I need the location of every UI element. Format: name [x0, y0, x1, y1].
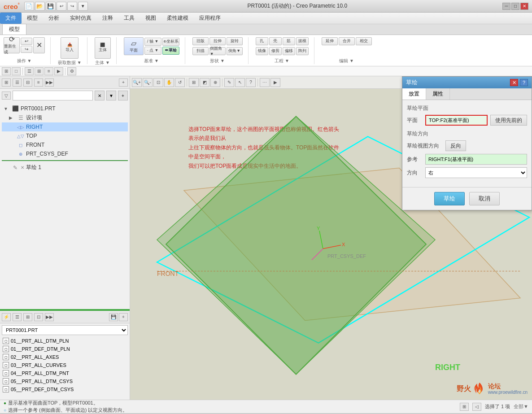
btn-sweep[interactable]: 扫描 [192, 47, 209, 55]
btn-mirror[interactable]: 镜像 [256, 47, 268, 55]
layer-item-7[interactable]: ◻ 05__PRT_DEF_DTM_CSYS [0, 385, 130, 393]
dialog-ok-button[interactable]: 草绘 [434, 192, 465, 205]
quick-access-undo[interactable]: ↩ [57, 2, 66, 11]
btn-intersect[interactable]: 相交 [356, 37, 372, 45]
vp-spin-center[interactable]: ⊕ [210, 78, 220, 87]
vp-sketch-view[interactable]: ✎ [224, 78, 234, 87]
tree-btn-add[interactable]: + [119, 78, 128, 87]
search-input[interactable] [13, 91, 93, 100]
search-add[interactable]: + [118, 91, 128, 100]
btn-fillet[interactable]: 倒圆角▼ [209, 47, 226, 55]
btn-undo[interactable]: ↩ [21, 38, 32, 45]
vp-zoom-in[interactable]: 🔍+ [132, 78, 142, 87]
statusbar-btn-2[interactable]: ◁ [472, 403, 481, 411]
vp-select[interactable]: ↖ [235, 78, 245, 87]
dir-select[interactable]: 右 左 顶 底 [425, 167, 527, 178]
expand-root[interactable]: ▼ [4, 106, 10, 111]
tree-item-sketch1[interactable]: ✎ ✕ 草绘 1 [2, 163, 128, 172]
btn-axis[interactable]: / 轴 ▼ [144, 38, 161, 46]
dialog-help-button[interactable]: ? [520, 79, 528, 86]
btn-redo[interactable]: ↪ [21, 46, 32, 53]
tree-btn-cols[interactable]: ⊟ [23, 78, 32, 87]
filter-icon[interactable]: ▽ [2, 92, 11, 100]
menu-analysis[interactable]: 分析 [43, 13, 65, 24]
menu-flexible[interactable]: 柔性建模 [161, 13, 194, 24]
layer-btn-1[interactable]: ⚡ [2, 313, 11, 321]
vp-zoom-fit[interactable]: ⊡ [153, 78, 163, 87]
btn-view-detail[interactable]: ≡ [44, 67, 53, 75]
vp-query[interactable]: ? [246, 78, 256, 87]
btn-layout-single[interactable]: □ [12, 67, 21, 75]
btn-shell[interactable]: 壳 [269, 37, 282, 45]
menu-simulation[interactable]: 实时仿真 [65, 13, 97, 24]
layer-item-2[interactable]: ◻ 01__PRT_DEF_DTM_PLN [0, 345, 130, 353]
dialog-tab-properties[interactable]: 属性 [426, 88, 450, 100]
dialog-cancel-button[interactable]: 取消 [469, 192, 500, 205]
menu-view[interactable]: 视图 [140, 13, 161, 24]
search-clear[interactable]: ✕ [95, 91, 105, 100]
btn-chamfer[interactable]: 倒角▼ [227, 47, 243, 55]
vp-view-named[interactable]: ⊞ [189, 78, 199, 87]
btn-delete[interactable]: ✕ [33, 37, 45, 53]
statusbar-btn-1[interactable]: ⊞ [460, 403, 469, 411]
search-options[interactable]: ▼ [106, 91, 116, 100]
tree-btn-more[interactable]: ▶▶ [45, 78, 54, 87]
window-close[interactable]: ✕ [520, 3, 528, 10]
quick-access-redo[interactable]: ↪ [67, 2, 77, 11]
layer-item-1[interactable]: ◻ 01__PRT_ALL_DTM_PLN [0, 337, 130, 345]
btn-import[interactable]: 📥导入 [61, 37, 78, 59]
menu-apps[interactable]: 应用程序 [194, 13, 226, 24]
layer-btn-add[interactable]: + [119, 313, 128, 321]
btn-legacy[interactable]: 旧版 [192, 37, 209, 45]
quick-access-open[interactable]: 📂 [35, 2, 45, 11]
layer-btn-more[interactable]: ▶▶ [45, 313, 54, 321]
btn-revolve[interactable]: 旋转 [227, 37, 243, 45]
viewport[interactable]: 🔍+ 🔍- ⊡ ✋ ↺ ⊞ ◩ ⊕ ✎ ↖ ? ⋯ ▶ 选择TOP面来草绘，这个… [130, 76, 532, 400]
window-maximize[interactable]: □ [511, 3, 519, 10]
quick-access-new[interactable]: 📄 [24, 2, 34, 11]
tree-item-right[interactable]: ◁▷ RIGHT [2, 122, 128, 131]
vp-zoom-out[interactable]: 🔍- [143, 78, 153, 87]
layer-item-4[interactable]: ◻ 03__PRT_ALL_CURVES [0, 361, 130, 369]
menu-annotation[interactable]: 注释 [97, 13, 118, 24]
window-minimize[interactable]: ─ [502, 3, 510, 10]
reverse-button[interactable]: 反向 [445, 140, 466, 151]
layer-btn-save[interactable]: 💾 [109, 313, 118, 321]
vp-rotate[interactable]: ↺ [175, 78, 185, 87]
btn-solid[interactable]: ⬛主体 [95, 37, 111, 59]
btn-layout-multi[interactable]: ⊞ [2, 67, 11, 75]
quick-access-save[interactable]: 💾 [46, 2, 56, 11]
btn-sketch[interactable]: ✏草绘 [162, 47, 179, 55]
btn-merge[interactable]: 合并 [339, 37, 355, 45]
btn-draft[interactable]: 拔模 [296, 37, 309, 45]
layer-btn-4[interactable]: ⊡ [34, 313, 43, 321]
vp-more-2[interactable]: ▶ [270, 78, 280, 87]
plane-value[interactable]: TOP:F2(基准平面) [425, 115, 488, 126]
btn-plane[interactable]: ▱平面 [124, 37, 144, 55]
btn-settings[interactable]: ⚙ [67, 67, 76, 75]
btn-csys[interactable]: ⊕坐标系 [162, 38, 179, 46]
tree-item-root[interactable]: ▼ ⬛ PRT0001.PRT [2, 104, 128, 113]
expand-design[interactable]: ▶ [9, 115, 15, 120]
tree-btn-expand[interactable]: ⊞ [2, 78, 11, 87]
btn-extend[interactable]: 延伸 [322, 37, 338, 45]
ref-value[interactable]: RIGHT:F1(基准平面) [425, 154, 527, 165]
layer-item-5[interactable]: ◻ 04__PRT_ALL_DTM_PNT [0, 369, 130, 377]
tree-item-design[interactable]: ▶ ☰ 设计项 [2, 113, 128, 122]
layer-btn-3[interactable]: ⊞ [23, 313, 32, 321]
tree-item-front[interactable]: ◻ FRONT [2, 140, 128, 149]
layer-dropdown[interactable]: PRT0001.PRT [2, 325, 128, 335]
tree-btn-filter[interactable]: ☰ [13, 78, 22, 87]
btn-view-more[interactable]: ▶ [54, 67, 63, 75]
btn-array[interactable]: 阵列 [296, 47, 309, 55]
btn-extrude[interactable]: 拉伸 [209, 37, 226, 45]
vp-more-1[interactable]: ⋯ [260, 78, 270, 87]
btn-rib[interactable]: 筋 [283, 37, 295, 45]
use-prev-button[interactable]: 使用先前的 [490, 115, 527, 126]
vp-display-style[interactable]: ◩ [200, 78, 209, 87]
btn-regenerate[interactable]: ⟳ 重新生成 [4, 37, 20, 53]
tree-item-top[interactable]: △▽ TOP [2, 131, 128, 140]
ribbon-tab-model[interactable]: 模型 [2, 24, 26, 35]
dialog-tab-placement[interactable]: 放置 [402, 88, 426, 100]
tree-btn-view[interactable]: ≡ [34, 78, 43, 87]
